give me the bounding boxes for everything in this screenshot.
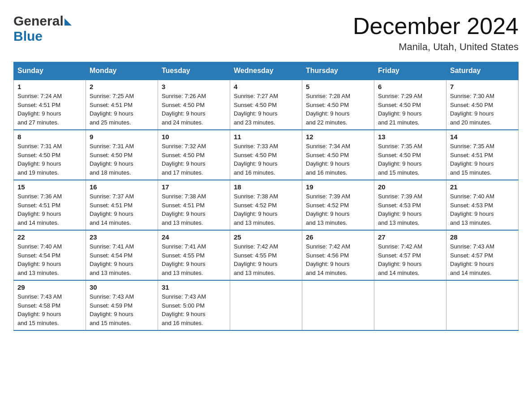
calendar-day-cell: 19 Sunrise: 7:39 AMSunset: 4:52 PMDaylig… — [302, 180, 374, 230]
day-number: 24 — [162, 233, 226, 241]
calendar-day-cell: 2 Sunrise: 7:25 AMSunset: 4:51 PMDayligh… — [86, 80, 158, 130]
day-info: Sunrise: 7:29 AMSunset: 4:50 PMDaylight:… — [378, 93, 422, 126]
day-info: Sunrise: 7:26 AMSunset: 4:50 PMDaylight:… — [162, 93, 206, 126]
calendar-day-cell: 10 Sunrise: 7:32 AMSunset: 4:50 PMDaylig… — [158, 130, 230, 180]
day-info: Sunrise: 7:24 AMSunset: 4:51 PMDaylight:… — [17, 93, 62, 126]
day-info: Sunrise: 7:30 AMSunset: 4:50 PMDaylight:… — [450, 93, 494, 126]
calendar-day-cell: 13 Sunrise: 7:35 AMSunset: 4:50 PMDaylig… — [374, 130, 446, 180]
day-info: Sunrise: 7:28 AMSunset: 4:50 PMDaylight:… — [306, 93, 350, 126]
calendar-day-cell: 8 Sunrise: 7:31 AMSunset: 4:50 PMDayligh… — [14, 130, 86, 180]
calendar-day-cell: 12 Sunrise: 7:34 AMSunset: 4:50 PMDaylig… — [302, 130, 374, 180]
logo-blue: Blue — [13, 29, 43, 44]
calendar-day-cell: 21 Sunrise: 7:40 AMSunset: 4:53 PMDaylig… — [446, 180, 519, 230]
calendar-day-cell: 24 Sunrise: 7:41 AMSunset: 4:55 PMDaylig… — [158, 230, 230, 280]
day-info: Sunrise: 7:40 AMSunset: 4:53 PMDaylight:… — [450, 193, 494, 226]
day-number: 19 — [306, 183, 370, 191]
day-info: Sunrise: 7:27 AMSunset: 4:50 PMDaylight:… — [234, 93, 278, 126]
day-info: Sunrise: 7:36 AMSunset: 4:51 PMDaylight:… — [17, 193, 62, 226]
day-of-week-wednesday: Wednesday — [230, 62, 302, 80]
day-of-week-sunday: Sunday — [14, 62, 86, 80]
calendar-week-row: 1 Sunrise: 7:24 AMSunset: 4:51 PMDayligh… — [14, 80, 519, 130]
day-info: Sunrise: 7:39 AMSunset: 4:53 PMDaylight:… — [378, 193, 422, 226]
page-header: General Blue December 2024 Manila, Utah,… — [13, 13, 519, 53]
day-number: 13 — [378, 133, 442, 141]
day-info: Sunrise: 7:43 AMSunset: 5:00 PMDaylight:… — [162, 293, 206, 326]
day-info: Sunrise: 7:43 AMSunset: 4:57 PMDaylight:… — [450, 243, 494, 276]
calendar-day-cell: 22 Sunrise: 7:40 AMSunset: 4:54 PMDaylig… — [14, 230, 86, 280]
day-number: 29 — [17, 283, 82, 291]
calendar-header-row: SundayMondayTuesdayWednesdayThursdayFrid… — [14, 62, 519, 80]
day-number: 16 — [90, 183, 154, 191]
calendar-day-cell: 16 Sunrise: 7:37 AMSunset: 4:51 PMDaylig… — [86, 180, 158, 230]
day-number: 8 — [17, 133, 82, 141]
calendar-empty-cell — [446, 280, 519, 330]
day-of-week-monday: Monday — [86, 62, 158, 80]
day-info: Sunrise: 7:33 AMSunset: 4:50 PMDaylight:… — [234, 143, 278, 176]
day-number: 18 — [234, 183, 298, 191]
calendar-day-cell: 29 Sunrise: 7:43 AMSunset: 4:58 PMDaylig… — [14, 280, 86, 330]
day-number: 31 — [162, 283, 226, 291]
day-number: 10 — [162, 133, 226, 141]
calendar-day-cell: 3 Sunrise: 7:26 AMSunset: 4:50 PMDayligh… — [158, 80, 230, 130]
calendar-day-cell: 14 Sunrise: 7:35 AMSunset: 4:51 PMDaylig… — [446, 130, 519, 180]
calendar-day-cell: 20 Sunrise: 7:39 AMSunset: 4:53 PMDaylig… — [374, 180, 446, 230]
calendar-day-cell: 7 Sunrise: 7:30 AMSunset: 4:50 PMDayligh… — [446, 80, 519, 130]
day-info: Sunrise: 7:40 AMSunset: 4:54 PMDaylight:… — [17, 243, 62, 276]
day-info: Sunrise: 7:43 AMSunset: 4:59 PMDaylight:… — [90, 293, 134, 326]
day-of-week-friday: Friday — [374, 62, 446, 80]
month-title: December 2024 — [353, 13, 519, 39]
day-number: 7 — [450, 83, 515, 90]
day-of-week-saturday: Saturday — [446, 62, 519, 80]
location-title: Manila, Utah, United States — [353, 41, 519, 53]
day-info: Sunrise: 7:34 AMSunset: 4:50 PMDaylight:… — [306, 143, 350, 176]
day-info: Sunrise: 7:25 AMSunset: 4:51 PMDaylight:… — [90, 93, 134, 126]
calendar-day-cell: 30 Sunrise: 7:43 AMSunset: 4:59 PMDaylig… — [86, 280, 158, 330]
logo: General Blue — [13, 13, 72, 44]
day-number: 22 — [17, 233, 82, 241]
calendar-day-cell: 15 Sunrise: 7:36 AMSunset: 4:51 PMDaylig… — [14, 180, 86, 230]
calendar-day-cell: 4 Sunrise: 7:27 AMSunset: 4:50 PMDayligh… — [230, 80, 302, 130]
logo-general: General — [13, 13, 64, 29]
calendar-table: SundayMondayTuesdayWednesdayThursdayFrid… — [13, 62, 519, 331]
day-info: Sunrise: 7:39 AMSunset: 4:52 PMDaylight:… — [306, 193, 350, 226]
calendar-day-cell: 23 Sunrise: 7:41 AMSunset: 4:54 PMDaylig… — [86, 230, 158, 280]
day-number: 14 — [450, 133, 515, 141]
day-number: 4 — [234, 83, 298, 90]
calendar-day-cell: 27 Sunrise: 7:42 AMSunset: 4:57 PMDaylig… — [374, 230, 446, 280]
day-info: Sunrise: 7:41 AMSunset: 4:55 PMDaylight:… — [162, 243, 206, 276]
calendar-day-cell: 9 Sunrise: 7:31 AMSunset: 4:50 PMDayligh… — [86, 130, 158, 180]
calendar-day-cell: 1 Sunrise: 7:24 AMSunset: 4:51 PMDayligh… — [14, 80, 86, 130]
calendar-day-cell: 11 Sunrise: 7:33 AMSunset: 4:50 PMDaylig… — [230, 130, 302, 180]
calendar-day-cell: 6 Sunrise: 7:29 AMSunset: 4:50 PMDayligh… — [374, 80, 446, 130]
calendar-day-cell: 25 Sunrise: 7:42 AMSunset: 4:55 PMDaylig… — [230, 230, 302, 280]
day-of-week-thursday: Thursday — [302, 62, 374, 80]
calendar-week-row: 22 Sunrise: 7:40 AMSunset: 4:54 PMDaylig… — [14, 230, 519, 280]
day-info: Sunrise: 7:43 AMSunset: 4:58 PMDaylight:… — [17, 293, 62, 326]
day-number: 26 — [306, 233, 370, 241]
day-number: 12 — [306, 133, 370, 141]
calendar-empty-cell — [374, 280, 446, 330]
day-info: Sunrise: 7:32 AMSunset: 4:50 PMDaylight:… — [162, 143, 206, 176]
day-number: 25 — [234, 233, 298, 241]
day-info: Sunrise: 7:38 AMSunset: 4:51 PMDaylight:… — [162, 193, 206, 226]
day-info: Sunrise: 7:31 AMSunset: 4:50 PMDaylight:… — [17, 143, 62, 176]
day-number: 9 — [90, 133, 154, 141]
day-info: Sunrise: 7:38 AMSunset: 4:52 PMDaylight:… — [234, 193, 278, 226]
title-block: December 2024 Manila, Utah, United State… — [353, 13, 519, 53]
day-number: 5 — [306, 83, 370, 90]
day-number: 23 — [90, 233, 154, 241]
day-number: 2 — [90, 83, 154, 90]
calendar-empty-cell — [302, 280, 374, 330]
day-number: 30 — [90, 283, 154, 291]
day-info: Sunrise: 7:35 AMSunset: 4:50 PMDaylight:… — [378, 143, 422, 176]
day-info: Sunrise: 7:37 AMSunset: 4:51 PMDaylight:… — [90, 193, 134, 226]
day-number: 28 — [450, 233, 515, 241]
calendar-week-row: 29 Sunrise: 7:43 AMSunset: 4:58 PMDaylig… — [14, 280, 519, 330]
day-info: Sunrise: 7:42 AMSunset: 4:56 PMDaylight:… — [306, 243, 350, 276]
day-number: 20 — [378, 183, 442, 191]
calendar-day-cell: 31 Sunrise: 7:43 AMSunset: 5:00 PMDaylig… — [158, 280, 230, 330]
day-info: Sunrise: 7:41 AMSunset: 4:54 PMDaylight:… — [90, 243, 134, 276]
calendar-empty-cell — [230, 280, 302, 330]
day-number: 3 — [162, 83, 226, 90]
calendar-day-cell: 17 Sunrise: 7:38 AMSunset: 4:51 PMDaylig… — [158, 180, 230, 230]
